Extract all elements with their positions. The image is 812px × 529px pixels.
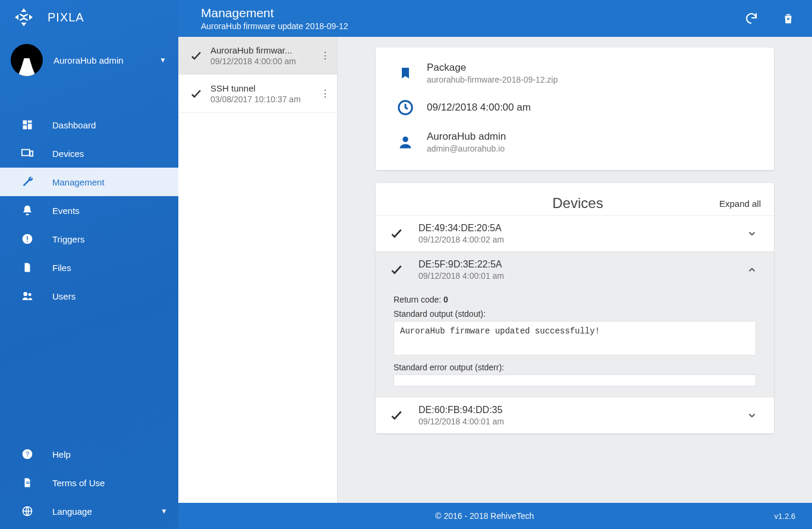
avatar xyxy=(11,44,43,76)
bell-icon xyxy=(20,203,34,218)
sidebar-item-management[interactable]: Management xyxy=(0,168,178,196)
document-icon xyxy=(20,476,34,490)
check-icon xyxy=(389,262,410,278)
sidebar-item-users[interactable]: Users xyxy=(0,282,178,310)
job-user: AuroraHub admin xyxy=(427,131,506,143)
svg-point-17 xyxy=(402,137,408,142)
package-file: aurorahub-firmware-2018-09-12.zip xyxy=(427,75,558,84)
user-name: AuroraHub admin xyxy=(53,55,159,65)
more-icon[interactable]: ⋮ xyxy=(318,50,332,61)
svg-rect-0 xyxy=(23,121,27,125)
clock-icon xyxy=(394,99,417,116)
list-item[interactable]: AuroraHub firmwar... 09/12/2018 4:00:00 … xyxy=(178,37,337,75)
check-icon xyxy=(189,49,206,63)
device-details: Return code: 0 Standard output (stdout):… xyxy=(376,288,774,397)
wrench-icon xyxy=(20,175,34,189)
sidebar-item-label: Events xyxy=(52,206,80,216)
list-item-title: SSH tunnel xyxy=(210,83,318,93)
detail-panel: Package aurorahub-firmware-2018-09-12.zi… xyxy=(338,37,812,503)
device-time: 09/12/2018 4:00:01 am xyxy=(418,417,747,426)
svg-point-10 xyxy=(29,293,32,296)
users-icon xyxy=(20,289,34,303)
chevron-down-icon: ▼ xyxy=(159,56,166,64)
main: Management AuroraHub firmware update 201… xyxy=(178,0,812,529)
sidebar-item-files[interactable]: Files xyxy=(0,253,178,282)
chevron-down-icon xyxy=(747,228,761,239)
svg-text:?: ? xyxy=(26,450,30,458)
stderr-label: Standard error output (stderr): xyxy=(394,363,756,372)
brand-title: PIXLA xyxy=(48,11,84,24)
device-mac: DE:49:34:DE:20:5A xyxy=(418,223,747,234)
stdout-box: AuroraHub firmware updated successfully! xyxy=(394,321,756,355)
svg-rect-7 xyxy=(27,236,28,240)
list-item-title: AuroraHub firmwar... xyxy=(210,45,318,55)
device-mac: DE:60:FB:94:DD:35 xyxy=(418,405,747,415)
footer: © 2016 - 2018 RehiveTech v1.2.6 xyxy=(178,503,812,529)
svg-rect-14 xyxy=(26,483,30,484)
bookmark-icon xyxy=(394,65,417,81)
check-icon xyxy=(189,87,206,101)
sidebar: PIXLA AuroraHub admin ▼ Dashboard Device… xyxy=(0,0,178,529)
page-title: Management xyxy=(201,6,741,20)
refresh-button[interactable] xyxy=(741,8,762,29)
sidebar-item-dashboard[interactable]: Dashboard xyxy=(0,111,178,139)
job-email: admin@aurorahub.io xyxy=(427,144,506,153)
file-icon xyxy=(20,260,34,275)
svg-rect-8 xyxy=(27,241,28,242)
check-icon xyxy=(389,226,410,241)
svg-rect-4 xyxy=(22,150,30,156)
brand[interactable]: PIXLA xyxy=(0,0,178,37)
brand-icon xyxy=(13,7,34,28)
nav-bottom: ? Help Terms of Use Language ▼ xyxy=(0,440,178,529)
device-mac: DE:5F:9D:3E:22:5A xyxy=(418,259,747,270)
device-time: 09/12/2018 4:00:01 am xyxy=(418,271,747,281)
svg-rect-2 xyxy=(28,124,32,129)
svg-rect-13 xyxy=(26,482,30,483)
chevron-down-icon: ▼ xyxy=(160,507,168,515)
header: Management AuroraHub firmware update 201… xyxy=(178,0,812,37)
footer-copyright: © 2016 - 2018 RehiveTech xyxy=(195,511,775,521)
device-row[interactable]: DE:60:FB:94:DD:35 09/12/2018 4:00:01 am xyxy=(376,397,774,433)
sidebar-item-label: Help xyxy=(52,449,71,459)
device-time: 09/12/2018 4:00:02 am xyxy=(418,235,747,244)
job-list: AuroraHub firmwar... 09/12/2018 4:00:00 … xyxy=(178,37,338,503)
sidebar-item-terms[interactable]: Terms of Use xyxy=(0,468,178,497)
sidebar-item-label: Triggers xyxy=(52,234,84,244)
alert-icon xyxy=(20,232,34,246)
devices-card: Devices Expand all DE:49:34:DE:20:5A 09/… xyxy=(376,183,774,433)
sidebar-item-label: Management xyxy=(52,177,105,187)
page-subtitle: AuroraHub firmware update 2018-09-12 xyxy=(201,21,741,31)
sidebar-item-label: Files xyxy=(52,263,71,273)
stderr-box xyxy=(394,374,756,386)
sidebar-item-devices[interactable]: Devices xyxy=(0,139,178,168)
dashboard-icon xyxy=(20,118,34,132)
devices-title: Devices xyxy=(436,195,719,212)
delete-button[interactable] xyxy=(778,8,799,29)
nav-main: Dashboard Devices Management Events Trig… xyxy=(0,111,178,440)
devices-icon xyxy=(20,146,34,160)
sidebar-item-help[interactable]: ? Help xyxy=(0,440,178,468)
sidebar-item-label: Language xyxy=(52,506,160,517)
more-icon[interactable]: ⋮ xyxy=(318,88,332,99)
check-icon xyxy=(389,408,410,423)
list-item-time: 03/08/2017 10:10:37 am xyxy=(210,95,318,104)
sidebar-item-events[interactable]: Events xyxy=(0,196,178,225)
sidebar-item-triggers[interactable]: Triggers xyxy=(0,225,178,253)
package-label: Package xyxy=(427,62,558,74)
sidebar-item-label: Users xyxy=(52,291,75,301)
expand-all-link[interactable]: Expand all xyxy=(719,199,761,209)
globe-icon xyxy=(20,504,34,518)
info-card: Package aurorahub-firmware-2018-09-12.zi… xyxy=(376,48,774,170)
list-item-time: 09/12/2018 4:00:00 am xyxy=(210,56,318,66)
device-row[interactable]: DE:49:34:DE:20:5A 09/12/2018 4:00:02 am xyxy=(376,215,774,251)
sidebar-item-label: Devices xyxy=(52,149,84,159)
person-icon xyxy=(394,134,417,150)
list-item[interactable]: SSH tunnel 03/08/2017 10:10:37 am ⋮ xyxy=(178,75,337,113)
stdout-label: Standard output (stdout): xyxy=(394,309,756,319)
device-row[interactable]: DE:5F:9D:3E:22:5A 09/12/2018 4:00:01 am xyxy=(376,251,774,288)
user-menu[interactable]: AuroraHub admin ▼ xyxy=(0,37,178,83)
svg-point-9 xyxy=(23,292,27,296)
return-code-label: Return code: xyxy=(394,295,443,304)
footer-version: v1.2.6 xyxy=(775,512,795,521)
sidebar-item-language[interactable]: Language ▼ xyxy=(0,497,178,525)
